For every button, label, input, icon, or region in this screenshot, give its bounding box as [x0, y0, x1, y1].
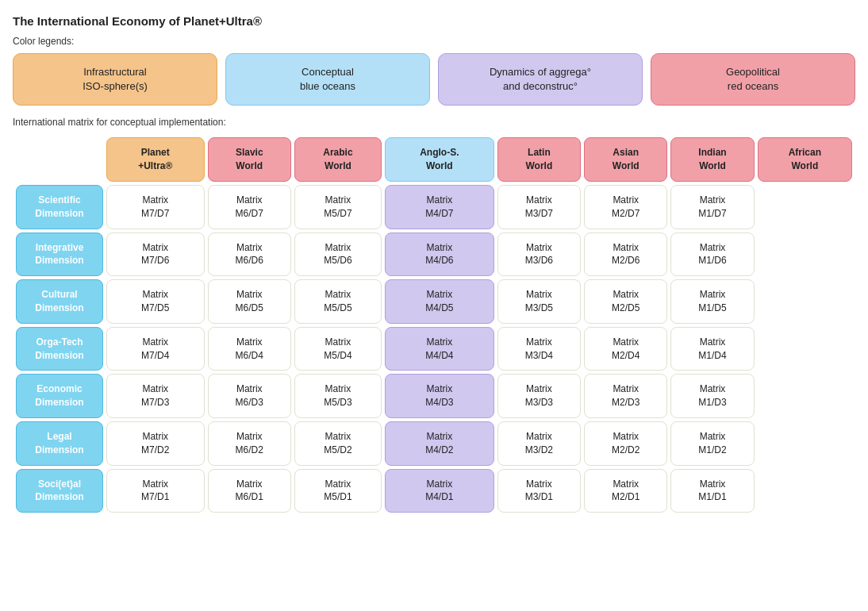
col-header-slavic: Slavic World [208, 137, 291, 182]
matrix-cell: Matrix M5/D5 [294, 279, 382, 324]
matrix-cell: Matrix M2/D1 [584, 469, 667, 513]
matrix-row: Cultural DimensionMatrix M7/D5Matrix M6/… [16, 279, 852, 324]
column-header-row: Planet +Ultra®Slavic WorldArabic WorldAn… [16, 137, 852, 182]
matrix-cell: Matrix M4/D6 [385, 232, 494, 277]
matrix-row: Scientific DimensionMatrix M7/D7Matrix M… [16, 185, 852, 229]
matrix-cell: Matrix M4/D7 [385, 185, 494, 229]
matrix-cell: Matrix M6/D5 [208, 279, 291, 324]
matrix-cell: Matrix M2/D6 [584, 232, 667, 277]
col-header-indian: Indian World [670, 137, 754, 182]
matrix-cell: Matrix M6/D2 [208, 421, 291, 466]
page-title: The International Economy of Planet+Ultr… [13, 14, 855, 28]
matrix-cell: Matrix M3/D6 [497, 232, 581, 277]
matrix-cell: Matrix M6/D3 [208, 374, 291, 418]
legend-box-infra: Infrastructural ISO-sphere(s) [13, 53, 217, 106]
matrix-cell: Matrix M1/D3 [670, 374, 754, 418]
matrix-cell: Matrix M7/D3 [106, 374, 205, 418]
matrix-cell: Matrix M6/D1 [208, 469, 291, 513]
col-header-arabic: Arabic World [294, 137, 382, 182]
row-header-4: Economic Dimension [16, 374, 103, 418]
matrix-cell: Matrix M1/D4 [670, 327, 754, 371]
matrix-cell: Matrix M2/D2 [584, 421, 667, 466]
matrix-cell: Matrix M1/D7 [670, 185, 754, 229]
matrix-cell: Matrix M5/D7 [294, 185, 382, 229]
col-header-anglos: Anglo-S. World [385, 137, 494, 182]
col-header-african: African World [758, 137, 852, 182]
legend-box-geopolitical: Geopolitical red oceans [651, 53, 855, 106]
matrix-cell: Matrix M3/D4 [497, 327, 581, 371]
matrix-cell: Matrix M4/D2 [385, 421, 494, 466]
col-header-latin: Latin World [497, 137, 581, 182]
matrix-table: Planet +Ultra®Slavic WorldArabic WorldAn… [13, 134, 855, 516]
matrix-cell: Matrix M3/D3 [497, 374, 581, 418]
matrix-cell: Matrix M1/D2 [670, 421, 754, 466]
col-header-asian: Asian World [584, 137, 667, 182]
matrix-row: Economic DimensionMatrix M7/D3Matrix M6/… [16, 374, 852, 418]
matrix-cell: Matrix M6/D6 [208, 232, 291, 277]
matrix-cell: Matrix M6/D4 [208, 327, 291, 371]
matrix-row: Orga-Tech DimensionMatrix M7/D4Matrix M6… [16, 327, 852, 371]
matrix-body: Scientific DimensionMatrix M7/D7Matrix M… [16, 185, 852, 513]
corner-cell [16, 137, 103, 182]
matrix-cell: Matrix M6/D7 [208, 185, 291, 229]
matrix-row: Soci(et)al DimensionMatrix M7/D1Matrix M… [16, 469, 852, 513]
matrix-cell: Matrix M2/D3 [584, 374, 667, 418]
matrix-cell: Matrix M4/D5 [385, 279, 494, 324]
matrix-row: Legal DimensionMatrix M7/D2Matrix M6/D2M… [16, 421, 852, 466]
matrix-cell: Matrix M1/D6 [670, 232, 754, 277]
matrix-cell: Matrix M1/D5 [670, 279, 754, 324]
row-header-1: Integrative Dimension [16, 232, 103, 277]
matrix-cell: Matrix M2/D5 [584, 279, 667, 324]
matrix-cell: Matrix M7/D2 [106, 421, 205, 466]
matrix-row: Integrative DimensionMatrix M7/D6Matrix … [16, 232, 852, 277]
matrix-cell: Matrix M5/D3 [294, 374, 382, 418]
matrix-cell: Matrix M5/D1 [294, 469, 382, 513]
matrix-cell: Matrix M7/D4 [106, 327, 205, 371]
row-header-3: Orga-Tech Dimension [16, 327, 103, 371]
row-header-0: Scientific Dimension [16, 185, 103, 229]
matrix-cell: Matrix M4/D3 [385, 374, 494, 418]
row-header-2: Cultural Dimension [16, 279, 103, 324]
col-header-planet: Planet +Ultra® [106, 137, 205, 182]
legend-box-conceptual: Conceptual blue oceans [225, 53, 430, 106]
row-header-6: Soci(et)al Dimension [16, 469, 103, 513]
legend-row: Infrastructural ISO-sphere(s)Conceptual … [13, 53, 855, 106]
matrix-cell: Matrix M1/D1 [670, 469, 754, 513]
matrix-cell: Matrix M3/D2 [497, 421, 581, 466]
matrix-cell: Matrix M5/D2 [294, 421, 382, 466]
matrix-cell: Matrix M5/D6 [294, 232, 382, 277]
matrix-cell: Matrix M2/D7 [584, 185, 667, 229]
matrix-cell: Matrix M7/D6 [106, 232, 205, 277]
matrix-cell: Matrix M7/D7 [106, 185, 205, 229]
matrix-cell: Matrix M5/D4 [294, 327, 382, 371]
legend-box-dynamics: Dynamics of aggrega° and deconstruc° [438, 53, 643, 106]
color-legend-label: Color legends: [13, 36, 855, 47]
matrix-cell: Matrix M3/D7 [497, 185, 581, 229]
matrix-cell: Matrix M4/D4 [385, 327, 494, 371]
matrix-label: International matrix for conceptual impl… [13, 117, 855, 128]
matrix-cell: Matrix M7/D5 [106, 279, 205, 324]
matrix-cell: Matrix M3/D5 [497, 279, 581, 324]
matrix-cell: Matrix M4/D1 [385, 469, 494, 513]
row-header-5: Legal Dimension [16, 421, 103, 466]
matrix-cell: Matrix M3/D1 [497, 469, 581, 513]
matrix-cell: Matrix M2/D4 [584, 327, 667, 371]
matrix-cell: Matrix M7/D1 [106, 469, 205, 513]
